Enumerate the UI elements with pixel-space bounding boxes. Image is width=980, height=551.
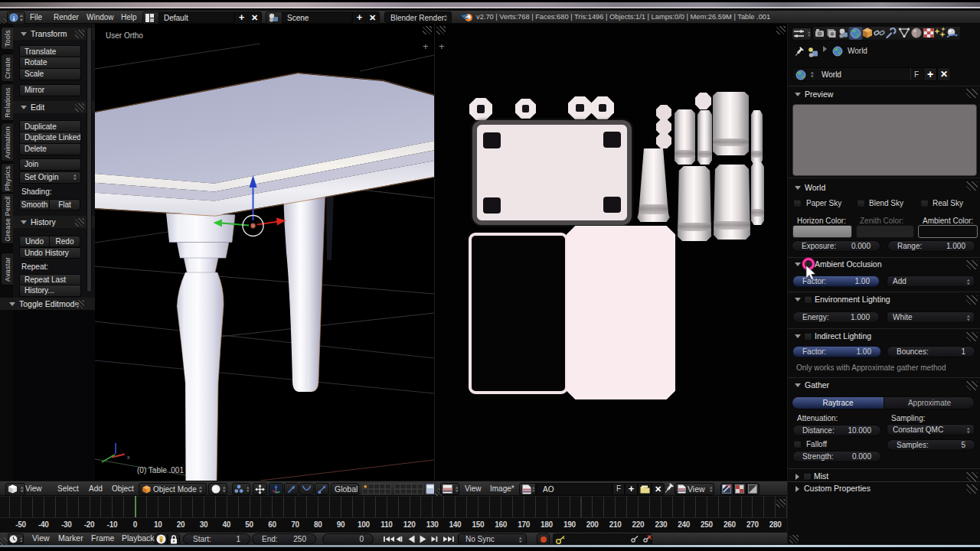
svg-text:x: x xyxy=(127,455,130,460)
